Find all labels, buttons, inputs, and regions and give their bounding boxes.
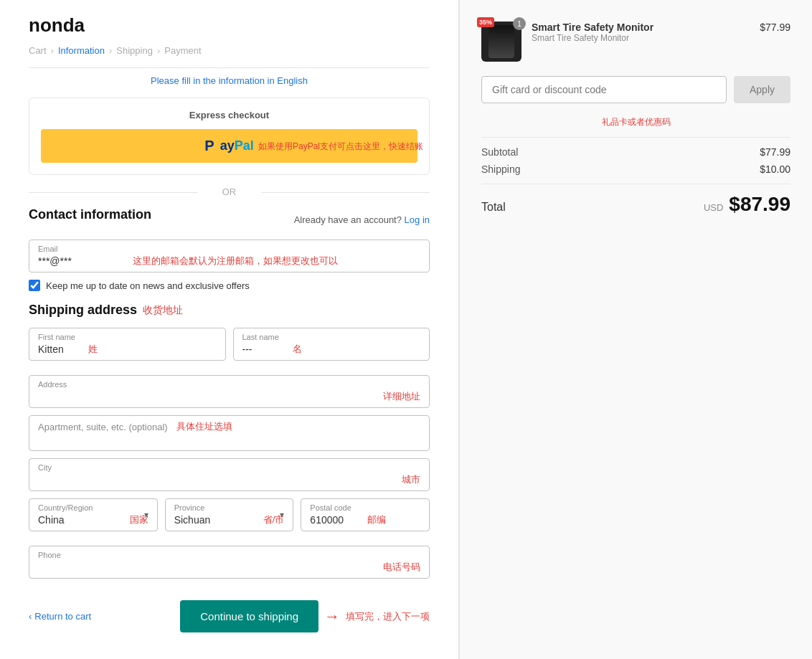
last-name-input[interactable] — [242, 343, 285, 355]
contact-title: Contact information — [29, 207, 151, 222]
breadcrumb-payment: Payment — [164, 45, 201, 56]
already-account: Already have an account? Log in — [294, 214, 430, 225]
first-name-group: First name 姓 — [29, 328, 226, 361]
gift-note: 礼品卡或者优惠码 — [481, 116, 790, 128]
total-currency: USD — [704, 202, 723, 213]
first-name-input[interactable] — [38, 343, 81, 355]
express-checkout-title: Express checkout — [41, 110, 417, 120]
email-input[interactable] — [38, 255, 124, 267]
last-name-label: Last name — [242, 333, 421, 341]
subtotal-row: Subtotal $77.99 — [481, 146, 790, 158]
phone-label: Phone — [38, 551, 420, 559]
email-field-group: Email 这里的邮箱会默认为注册邮箱，如果想更改也可以 — [29, 240, 430, 272]
bottom-nav: ‹ Return to cart Continue to shipping → … — [29, 593, 430, 632]
address-label: Address — [38, 380, 420, 389]
postal-label: Postal code — [310, 503, 420, 512]
quantity-badge: 1 — [513, 17, 526, 30]
product-price: $77.99 — [760, 22, 790, 33]
discount-badge: 35% — [477, 17, 494, 27]
shipping-value: $10.00 — [760, 163, 790, 175]
product-img-inner — [488, 25, 514, 58]
brand-name: nonda — [29, 14, 430, 37]
apt-group: Apartment, suite, etc. (optional) 具体住址选填 — [29, 415, 430, 451]
email-label: Email — [38, 245, 420, 253]
subtotal-label: Subtotal — [481, 146, 518, 158]
newsletter-checkbox[interactable] — [29, 280, 40, 291]
paypal-button[interactable]: P ayPal — [41, 129, 417, 163]
continue-to-shipping-button[interactable]: Continue to shipping — [180, 600, 318, 632]
phone-group: Phone 电话号码 — [29, 546, 430, 579]
newsletter-checkbox-row: Keep me up to date on news and exclusive… — [29, 280, 430, 291]
arrow-note-text: 填写完，进入下一项 — [346, 610, 430, 623]
newsletter-label: Keep me up to date on news and exclusive… — [46, 280, 250, 291]
total-label: Total — [481, 201, 506, 214]
email-annotation: 这里的邮箱会默认为注册邮箱，如果想更改也可以 — [133, 255, 338, 267]
login-link[interactable]: Log in — [405, 214, 430, 225]
product-info: Smart Tire Safety Monitor Smart Tire Saf… — [532, 22, 750, 43]
postal-annotation: 邮编 — [367, 513, 386, 526]
apt-input[interactable] — [38, 435, 420, 446]
city-input[interactable] — [38, 474, 393, 485]
apt-label: Apartment, suite, etc. (optional) — [38, 422, 168, 432]
country-group: Country/Region China United States 国家 — [29, 498, 158, 531]
gift-code-input[interactable] — [481, 76, 727, 103]
last-name-group: Last name 名 — [233, 328, 430, 361]
city-group: City 城市 — [29, 458, 430, 491]
province-group: Province Sichuan Beijing 省/市 — [165, 498, 294, 531]
or-divider: OR — [29, 186, 430, 197]
return-to-cart-link[interactable]: ‹ Return to cart — [29, 611, 91, 622]
country-label: Country/Region — [38, 503, 148, 512]
gift-code-row: Apply — [481, 76, 790, 103]
address-annotation: 详细地址 — [383, 390, 420, 403]
express-checkout-section: Express checkout P ayPal 如果使用PayPal支付可点击… — [29, 98, 430, 175]
product-row: 35% 1 Smart Tire Safety Monitor Smart Ti… — [481, 22, 790, 62]
address-group: Address 详细地址 — [29, 375, 430, 408]
fill-note: Please fill in the information in Englis… — [29, 75, 430, 86]
city-annotation: 城市 — [402, 473, 420, 486]
product-name: Smart Tire Safety Monitor — [532, 22, 750, 33]
total-value: $87.99 — [729, 193, 790, 216]
paypal-logo-text: ayPal — [220, 138, 254, 153]
postal-group: Postal code 邮编 — [301, 498, 430, 531]
city-label: City — [38, 463, 420, 472]
shipping-row: Shipping $10.00 — [481, 163, 790, 175]
breadcrumb-cart[interactable]: Cart — [29, 45, 47, 56]
shipping-title: Shipping address 收货地址 — [29, 303, 430, 318]
apt-annotation: 具体住址选填 — [176, 420, 232, 433]
country-select[interactable]: China United States — [38, 514, 123, 526]
first-name-annotation: 姓 — [88, 343, 98, 356]
arrow-icon: → — [324, 607, 340, 626]
shipping-title-note: 收货地址 — [143, 304, 183, 317]
total-row: Total USD $87.99 — [481, 193, 790, 216]
apply-button[interactable]: Apply — [734, 76, 790, 103]
phone-input[interactable] — [38, 561, 374, 573]
breadcrumb-information: Information — [58, 45, 105, 56]
contact-header: Contact information Already have an acco… — [29, 207, 430, 232]
phone-annotation: 电话号码 — [383, 561, 420, 574]
arrow-note: Continue to shipping → 填写完，进入下一项 — [180, 600, 430, 632]
product-image-wrap: 35% 1 — [481, 22, 521, 62]
product-variant: Smart Tire Safety Monitor — [532, 33, 750, 43]
province-annotation: 省/市 — [263, 513, 285, 526]
province-select[interactable]: Sichuan Beijing — [174, 514, 256, 526]
shipping-label: Shipping — [481, 163, 521, 175]
first-name-label: First name — [38, 333, 217, 341]
subtotal-value: $77.99 — [760, 146, 790, 158]
country-annotation: 国家 — [130, 513, 148, 526]
last-name-annotation: 名 — [293, 343, 302, 356]
breadcrumb: Cart › Information › Shipping › Payment — [29, 45, 430, 56]
province-label: Province — [174, 503, 285, 512]
address-input[interactable] — [38, 391, 374, 402]
paypal-logo-p: P — [204, 138, 214, 154]
breadcrumb-shipping: Shipping — [116, 45, 153, 56]
postal-input[interactable] — [310, 514, 360, 526]
order-summary-panel: 35% 1 Smart Tire Safety Monitor Smart Ti… — [459, 0, 812, 659]
